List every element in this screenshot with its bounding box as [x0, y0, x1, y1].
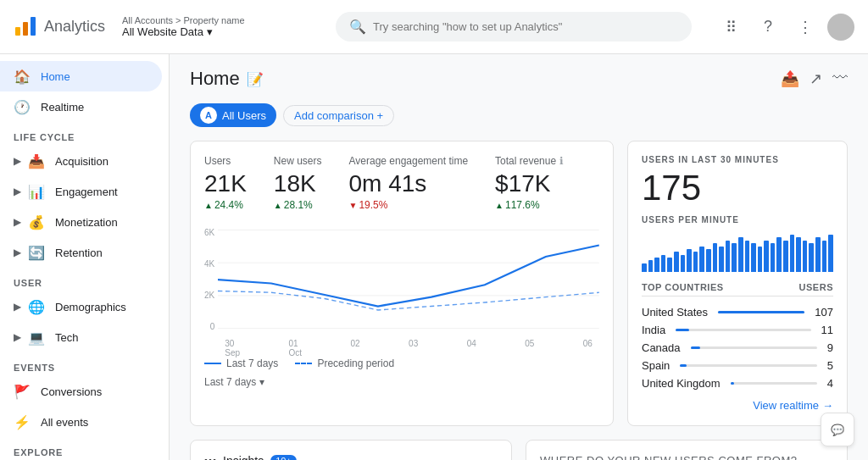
revenue-label: Total revenue ℹ	[495, 155, 564, 167]
sidebar-home-label: Home	[41, 70, 70, 83]
countries-header: TOP COUNTRIES USERS	[642, 282, 833, 297]
bar	[719, 247, 724, 272]
main-content: Home 📝 📤 ↗ 〰 A All Users Add comparison …	[170, 54, 868, 460]
new-users-label: New users	[274, 155, 322, 167]
bar	[693, 252, 698, 272]
bar	[771, 243, 776, 272]
bar	[667, 258, 672, 272]
expand-icon: ▶	[14, 301, 21, 313]
sidebar-item-monetization[interactable]: ▶ 💰 Monetization	[0, 207, 162, 237]
bar	[790, 235, 795, 272]
country-count: 5	[827, 359, 833, 372]
bottom-row: 〰 Insights 10+ WHERE DO YOUR NEW USERS C…	[190, 440, 848, 460]
bar	[803, 241, 808, 272]
country-bar	[691, 346, 701, 349]
engagement-icon: 📊	[28, 183, 45, 200]
page-actions: 📤 ↗ 〰	[781, 69, 848, 88]
engagement-value: 0m 41s	[349, 170, 469, 197]
insights-card: 〰 Insights 10+	[190, 440, 512, 460]
bar	[654, 258, 659, 272]
bar	[758, 247, 763, 272]
date-range-selector[interactable]: Last 7 days ▾	[204, 376, 599, 388]
sidebar-item-tech[interactable]: ▶ 💻 Tech	[0, 322, 162, 352]
all-users-chip[interactable]: A All Users	[190, 103, 276, 127]
bar	[776, 237, 782, 272]
events-section: EVENTS	[0, 352, 169, 376]
country-count: 11	[821, 324, 833, 336]
search-input[interactable]	[373, 20, 678, 33]
add-comparison-button[interactable]: Add comparison +	[283, 105, 394, 126]
app-title: Analytics	[44, 18, 105, 36]
share-icon[interactable]: ↗	[810, 69, 822, 88]
sidebar-item-demographics[interactable]: ▶ 🌐 Demographics	[0, 291, 162, 322]
country-bar	[680, 364, 687, 367]
per-minute-bar-chart	[642, 231, 833, 272]
sidebar-item-engagement[interactable]: ▶ 📊 Engagement	[0, 176, 162, 207]
lifecycle-section: LIFE CYCLE	[0, 122, 169, 146]
sidebar-item-retention[interactable]: ▶ 🔄 Retention	[0, 237, 162, 268]
country-row: United Kingdom 4	[642, 374, 833, 392]
country-row: Spain 5	[642, 357, 833, 374]
country-bar-container	[691, 346, 817, 349]
metrics-row: Users 21K 24.4% New users 18K	[204, 155, 599, 211]
compare-icon[interactable]: 〰	[832, 69, 848, 88]
search-bar[interactable]: 🔍	[336, 12, 692, 42]
arrow-up-icon	[274, 199, 282, 211]
bar	[661, 255, 666, 272]
expand-icon: ▶	[14, 186, 21, 197]
country-bar	[731, 382, 734, 385]
top-icons: ⠿ ? ⋮	[715, 12, 854, 42]
solid-line-icon	[204, 363, 221, 364]
users-change: 24.4%	[204, 199, 247, 211]
account-selector[interactable]: All Website Data ▾	[122, 25, 245, 38]
analytics-logo-icon	[14, 15, 37, 39]
country-row: Canada 9	[642, 339, 833, 357]
edit-icon[interactable]: 📝	[247, 71, 264, 87]
svg-rect-1	[23, 22, 28, 36]
sidebar-item-realtime[interactable]: 🕐 Realtime	[0, 91, 162, 122]
revenue-value: $17K	[495, 170, 564, 197]
share-edit-icon[interactable]: 📤	[781, 69, 799, 88]
view-realtime-link[interactable]: View realtime →	[642, 399, 833, 412]
country-bar	[676, 329, 689, 331]
breadcrumb-container: All Accounts > Property name All Website…	[122, 15, 245, 38]
users-label: Users	[204, 155, 247, 167]
arrow-down-icon	[349, 199, 358, 211]
revenue-metric: Total revenue ℹ $17K 117.6%	[495, 155, 564, 211]
users-metric: Users 21K 24.4%	[204, 155, 247, 211]
svg-rect-0	[15, 27, 20, 36]
country-bar-container	[676, 329, 810, 331]
avatar[interactable]	[827, 14, 854, 41]
new-users-card: WHERE DO YOUR NEW USERS COME FROM? New u…	[526, 440, 848, 460]
expand-icon: ▶	[14, 155, 21, 167]
breadcrumb: All Accounts > Property name	[122, 15, 245, 25]
chip-label: All Users	[222, 109, 266, 122]
sidebar-item-acquisition[interactable]: ▶ 📥 Acquisition	[0, 146, 162, 176]
bar	[828, 235, 833, 272]
sidebar-item-home[interactable]: 🏠 Home	[0, 61, 162, 91]
sidebar-item-all-events[interactable]: ⚡ All events	[0, 407, 162, 437]
bar	[764, 241, 769, 272]
home-icon: 🏠	[14, 68, 31, 85]
sidebar-item-conversions[interactable]: 🚩 Conversions	[0, 376, 162, 407]
expand-icon: ▶	[14, 247, 21, 258]
bar	[796, 237, 801, 272]
realtime-title: USERS IN LAST 30 MINUTES	[642, 155, 833, 164]
expand-icon: ▶	[14, 331, 21, 343]
arrow-right-icon: →	[822, 399, 833, 412]
help-icon[interactable]: ?	[753, 12, 783, 42]
bar	[815, 237, 821, 272]
chip-icon: A	[200, 107, 217, 124]
chevron-down-icon: ▾	[259, 376, 264, 388]
engagement-label: Average engagement time	[349, 155, 469, 167]
bar	[822, 241, 827, 272]
sidebar-acquisition-label: Acquisition	[55, 155, 108, 168]
apps-icon[interactable]: ⠿	[715, 12, 746, 42]
country-bar-container	[731, 382, 817, 385]
chat-icon[interactable]: 💬	[821, 413, 854, 446]
info-icon[interactable]: ℹ	[559, 155, 564, 167]
country-name: United States	[642, 306, 708, 319]
more-icon[interactable]: ⋮	[790, 12, 821, 42]
bar	[687, 249, 692, 272]
x-axis-labels: 30Sep 01Oct 02 03 04 05 06	[218, 339, 599, 357]
